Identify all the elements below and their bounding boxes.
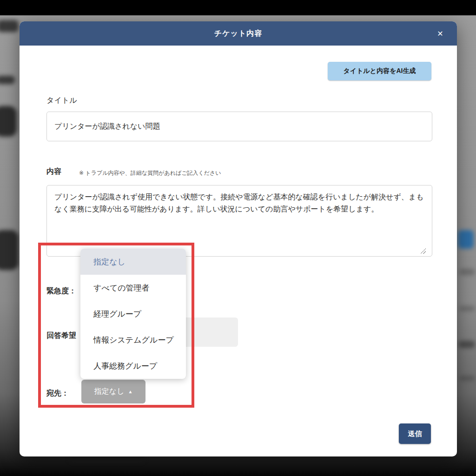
dropdown-option-hr-general[interactable]: 人事総務グループ bbox=[80, 353, 186, 379]
background-blur-shape bbox=[458, 341, 475, 348]
background-avatar-blur bbox=[0, 106, 17, 137]
background-blur-shape bbox=[0, 20, 19, 32]
content-label: 内容 bbox=[46, 167, 61, 177]
background-blur-shape bbox=[0, 76, 15, 84]
modal-header: チケット内容 ✕ bbox=[20, 21, 457, 46]
ticket-modal: チケット内容 ✕ タイトルと内容をAI生成 タイトル 内容 ※ トラブル内容や、… bbox=[20, 21, 457, 456]
recipient-selected-value: 指定なし bbox=[94, 387, 125, 397]
dropdown-option-info-systems[interactable]: 情報システムグループ bbox=[80, 327, 186, 353]
dropdown-option-all-admins[interactable]: すべての管理者 bbox=[80, 275, 186, 301]
background-avatar-blur bbox=[0, 230, 19, 270]
dropdown-option-accounting[interactable]: 経理グループ bbox=[80, 301, 186, 327]
reply-date-label: 回答希望 bbox=[46, 331, 76, 341]
ai-generate-button[interactable]: タイトルと内容をAI生成 bbox=[328, 62, 431, 80]
content-note: ※ トラブル内容や、詳細な質問があればご記入ください bbox=[79, 169, 221, 177]
chevron-up-icon: ▲ bbox=[128, 390, 132, 394]
background-blur-shape bbox=[459, 269, 475, 275]
close-icon: ✕ bbox=[437, 29, 443, 38]
resize-handle-icon[interactable] bbox=[420, 248, 426, 254]
title-label: タイトル bbox=[46, 96, 77, 106]
background-button-blur bbox=[458, 230, 474, 249]
recipient-dropdown-menu: 指定なし すべての管理者 経理グループ 情報システムグループ 人事総務グループ bbox=[80, 249, 186, 379]
recipient-label: 宛先： bbox=[46, 389, 69, 398]
screen: チケット内容 ✕ タイトルと内容をAI生成 タイトル 内容 ※ トラブル内容や、… bbox=[0, 0, 476, 476]
background-blur-shape bbox=[459, 306, 475, 311]
background-blur-shape bbox=[459, 376, 475, 381]
title-input[interactable] bbox=[46, 112, 432, 141]
send-button[interactable]: 送信 bbox=[399, 423, 431, 444]
dropdown-option-none[interactable]: 指定なし bbox=[80, 249, 186, 275]
content-textarea[interactable]: プリンターが認識されず使用できない状態です。接続や電源など基本的な確認を行いまし… bbox=[46, 185, 432, 257]
urgency-label: 緊急度： bbox=[46, 286, 76, 296]
modal-title: チケット内容 bbox=[214, 29, 263, 39]
recipient-select-button[interactable]: 指定なし ▲ bbox=[81, 380, 145, 403]
close-button[interactable]: ✕ bbox=[433, 21, 448, 46]
